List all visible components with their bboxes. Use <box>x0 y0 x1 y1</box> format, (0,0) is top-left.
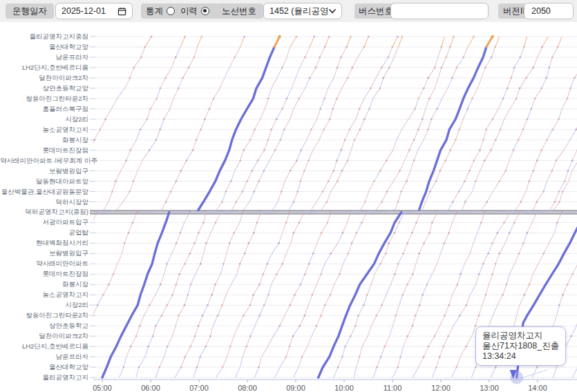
trip-line-segment <box>249 233 254 243</box>
tooltip-stop: 율리공영차고지 <box>482 331 559 341</box>
trip-line-segment <box>516 88 520 99</box>
trip-line-segment <box>216 202 223 210</box>
trip-line-segment <box>205 109 209 119</box>
trip-line-segment <box>495 130 500 140</box>
trip-line-segment <box>334 161 337 171</box>
trip-line-segment <box>223 253 226 264</box>
trip-line-segment <box>535 88 541 99</box>
trip-line-segment <box>122 243 124 253</box>
trip-line-segment <box>451 367 457 378</box>
stop-event-dot <box>243 36 245 38</box>
trip-line-segment <box>571 326 576 336</box>
trip-line-segment <box>131 140 137 150</box>
trip-line-segment <box>482 68 486 78</box>
trip-line-segment <box>147 109 151 119</box>
trip-line-segment <box>100 119 106 130</box>
x-tick-label: 12:00 <box>431 384 451 392</box>
trip-line-segment <box>442 57 446 68</box>
trip-line-segment <box>527 222 532 233</box>
trip-line-segment <box>368 326 372 336</box>
trip-line-segment <box>176 171 181 182</box>
tooltip-bus: 울산71자1808_진출 <box>482 341 559 351</box>
trip-line-segment <box>236 367 240 378</box>
trip-line-segment <box>542 37 549 47</box>
trip-line-segment <box>259 171 264 182</box>
operation-date-input[interactable]: 2025-12-01 <box>55 3 133 19</box>
trip-line-segment <box>312 326 316 336</box>
calendar-icon[interactable] <box>117 7 126 16</box>
trip-line-segment <box>141 47 144 57</box>
trip-line-segment <box>495 37 500 47</box>
trip-line-segment <box>493 182 499 192</box>
version-id-input[interactable] <box>530 6 567 17</box>
trip-line-segment <box>457 57 464 68</box>
trip-line-segment <box>370 99 373 109</box>
trip-line-segment <box>509 264 515 274</box>
trip-line-segment <box>507 78 511 88</box>
stop-label: 약사래미안아파트 /세무회계 이주 <box>0 157 88 165</box>
trip-line-segment <box>185 295 188 305</box>
trip-line-segment <box>113 182 116 192</box>
route-select[interactable]: 1452 (율리공영차: <box>263 3 342 19</box>
trip-line-segment <box>448 202 453 210</box>
trip-line-segment <box>301 274 305 284</box>
history-radio[interactable] <box>201 7 209 15</box>
trip-line-segment <box>327 192 331 202</box>
trip-line-segment <box>167 253 172 264</box>
bus-number-input[interactable] <box>397 6 482 17</box>
trip-line-segment <box>507 274 509 284</box>
bus-number-field[interactable] <box>390 3 489 19</box>
trip-line-segment <box>438 68 442 78</box>
stop-label: 율리공영차고지 <box>0 373 88 382</box>
stop-event-dot <box>289 211 291 213</box>
trip-line-segment <box>401 119 408 130</box>
trip-line-segment <box>331 243 338 253</box>
trip-line-segment <box>574 68 577 78</box>
trip-line-segment <box>195 326 198 336</box>
trip-line-segment <box>309 150 313 161</box>
trip-line-segment <box>401 182 407 192</box>
trip-line-segment <box>538 47 542 57</box>
trip-line-segment <box>235 161 240 171</box>
trip-line-segment <box>427 274 432 284</box>
version-id-field[interactable] <box>524 3 574 19</box>
trip-line-segment <box>401 346 404 357</box>
trip-line-segment <box>244 140 250 150</box>
trip-line-segment <box>413 367 418 378</box>
trip-line-segment <box>521 192 526 202</box>
trip-line-segment <box>482 295 486 305</box>
trip-line-segment <box>343 253 348 264</box>
trip-line-segment <box>130 68 134 78</box>
trip-line-segment <box>206 336 211 346</box>
trip-line-segment <box>330 109 332 119</box>
trip-line-segment <box>359 346 362 357</box>
trip-line-segment <box>258 150 264 161</box>
trip-line-segment <box>160 274 164 284</box>
tooltip-time: 13:34:24 <box>482 351 559 362</box>
trip-line-segment <box>461 264 465 274</box>
trip-line-segment <box>537 192 544 202</box>
trip-line-segment <box>552 161 556 171</box>
trip-line-segment <box>416 253 419 264</box>
trip-terminal-tip <box>486 37 493 47</box>
trip-line-segment <box>466 336 472 346</box>
trip-line-segment <box>156 130 160 140</box>
trip-line-segment <box>338 233 343 243</box>
stat-radio[interactable] <box>167 7 175 15</box>
trip-line-segment <box>331 182 338 192</box>
trip-line-segment <box>216 367 223 378</box>
trip-line-segment <box>415 99 419 109</box>
trip-line-segment <box>345 130 350 140</box>
trip-line-segment <box>243 346 246 357</box>
trip-line-segment <box>432 367 436 378</box>
trip-line-segment <box>310 68 316 78</box>
trip-line-segment <box>227 346 230 357</box>
route-number-label: 노선번호 <box>215 3 263 19</box>
trip-line-segment <box>166 192 171 202</box>
trip-line-segment <box>167 295 173 305</box>
trip-line-segment <box>449 222 453 233</box>
trip-line-segment <box>179 305 185 315</box>
trip-line-segment <box>418 119 422 130</box>
trip-line-segment <box>223 357 227 367</box>
trip-line-segment <box>462 202 466 210</box>
